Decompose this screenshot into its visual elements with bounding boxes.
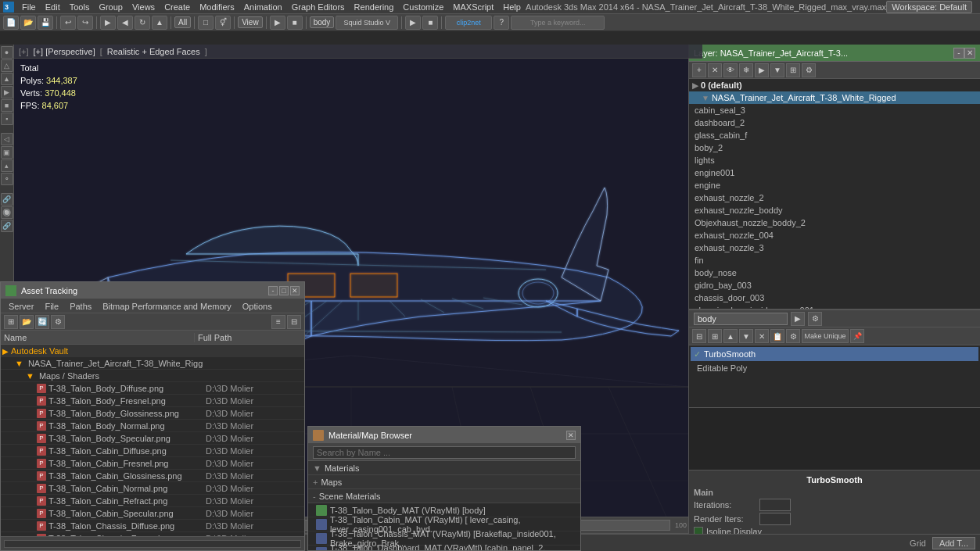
at-col-name-header[interactable]: Name [1,333,195,342]
lt-region[interactable]: ▣ [1,146,13,159]
layer-item[interactable]: chassis_door_003 [689,292,980,304]
modifier-list-area[interactable]: ✓ TurboSmooth Editable Poly [689,345,980,408]
toolbar-open[interactable]: 📂 [20,16,36,30]
layers-new-btn[interactable]: + [692,63,706,77]
layers-hide-btn[interactable]: 👁 [723,63,738,77]
at-file-row[interactable]: P T-38_Talon_Body_Diffuse.png D:\3D Moli… [1,382,304,395]
layer-item[interactable]: gidro_bay_003 [689,279,980,292]
menu-create[interactable]: Create [160,2,195,12]
lt-unlink[interactable]: 🔘 [1,206,13,219]
toolbar-move[interactable]: ◀ [117,16,133,30]
at-maximize-btn[interactable]: □ [279,286,289,295]
mod-icon-6[interactable]: 📋 [770,329,784,343]
viewport-render-mode[interactable]: Realistic + Edged Faces [107,47,200,56]
ts-iterations-input[interactable]: 0 [759,499,791,511]
layer-item[interactable]: Objexhaust_nozzle_boddy_2 [689,216,980,229]
at-view-detail[interactable]: ⊟ [287,315,301,329]
lt-bind[interactable]: 🔗 [1,220,13,232]
mod-icon-1[interactable]: ⊟ [692,329,706,343]
lt-lasso[interactable]: ⚬ [1,173,13,185]
at-file-row[interactable]: P T-38_Talon_Cabin_Normal.png D:\3D Moli… [1,482,304,495]
layers-close-btn[interactable]: ✕ [964,48,975,59]
mb-search-input[interactable] [313,446,576,459]
layers-list[interactable]: ▶ 0 (default)▼ NASA_Trainer_Jet_Aircraft… [689,79,980,309]
lt-fence[interactable]: ▴ [1,159,13,172]
lt-modify[interactable]: △ [1,59,13,72]
menu-file[interactable]: File [17,2,41,12]
at-col-path-header[interactable]: Full Path [195,333,296,342]
toolbar-select[interactable]: ▶ [100,16,116,30]
at-file-row[interactable]: P T-38_Talon_Body_Fresnel.png D:\3D Moli… [1,395,304,407]
mod-settings-btn[interactable]: ⚙ [808,312,822,326]
layer-item[interactable]: exhaust_nozzle_2 [689,191,980,204]
at-view-list[interactable]: ≡ [271,315,285,329]
at-maps-folder[interactable]: ▼ Maps / Shaders [1,370,304,382]
at-btn-3[interactable]: 🔄 [35,315,49,329]
at-menu-server[interactable]: Server [4,302,38,311]
mb-close-btn[interactable]: ✕ [566,431,576,440]
toolbar-snap[interactable]: ⚥ [215,16,231,30]
modifier-editablepoly[interactable]: Editable Poly [691,361,978,375]
object-name-display[interactable]: body [694,313,788,325]
at-btn-1[interactable]: ⊞ [4,315,18,329]
layer-item[interactable]: boby_2 [689,141,980,154]
layers-minus-btn[interactable]: - [953,48,964,59]
layer-item[interactable]: body_nose [689,267,980,279]
mod-header-btn[interactable]: ▶ [791,312,805,326]
menu-group[interactable]: Group [94,2,127,12]
menu-graph-editors[interactable]: Graph Editors [287,2,350,12]
lt-link[interactable]: 🔗 [1,193,13,206]
toolbar-search[interactable]: Type a keyword... [511,16,605,30]
layers-delete-btn[interactable]: ✕ [708,63,722,77]
toolbar-squid[interactable]: Squid Studio V [336,16,398,30]
mb-scene-mat-header[interactable]: - Scene Materials [308,489,580,503]
modifier-turbosmooth[interactable]: ✓ TurboSmooth [691,347,978,361]
mb-scene-materials-section[interactable]: - Scene Materials T-38_Talon_Body_MAT (V… [308,489,580,550]
at-btn-2[interactable]: 📂 [20,315,34,329]
menu-modifiers[interactable]: Modifiers [195,2,239,12]
toolbar-body-dropdown[interactable]: body [310,16,335,28]
at-scene-file[interactable]: ▼ NASA_Trainer_Jet_Aircraft_T-38_White_R… [1,357,304,370]
mod-icon-3[interactable]: ▲ [723,329,738,343]
at-menu-file[interactable]: File [40,302,63,311]
at-horizontal-scrollbar[interactable] [4,540,301,548]
at-file-row[interactable]: P T-38_Talon_Chassis_Diffuse.png D:\3D M… [1,520,304,532]
workspace-selector[interactable]: Workspace: Default [886,1,972,13]
lt-select-obj[interactable]: ◁ [1,133,13,145]
mb-materials-section[interactable]: ▼ Materials [308,461,580,475]
toolbar-play[interactable]: ▶ [405,16,421,30]
at-minimize-btn[interactable]: - [268,286,278,295]
ts-render-iters-input[interactable]: 2 [759,513,791,525]
toolbar-help[interactable]: ? [494,16,509,30]
mb-materials-header[interactable]: ▼ Materials [308,461,580,475]
lt-hierarchy[interactable]: ▲ [1,73,13,85]
toolbar-undo[interactable]: ↩ [60,16,76,30]
menu-edit[interactable]: Edit [41,2,65,12]
layers-freeze-btn[interactable]: ❄ [739,63,753,77]
mb-maps-section[interactable]: + Maps [308,475,580,489]
layer-item[interactable]: cabin_seal_3 [689,104,980,116]
layer-item[interactable]: chassis_door_inside_screw001 [689,304,980,309]
toolbar-render[interactable]: ▶ [270,16,285,30]
toolbar-stop[interactable]: ■ [422,16,438,30]
mb-content[interactable]: ▼ Materials + Maps - Scene Materials T-3… [308,461,580,550]
toolbar-ref[interactable]: □ [198,16,214,30]
at-file-row[interactable]: P T-38_Talon_Body_Normal.png D:\3D Molie… [1,420,304,432]
menu-animation[interactable]: Animation [239,2,287,12]
layer-item[interactable]: dashboard_2 [689,116,980,129]
at-close-btn[interactable]: ✕ [290,286,300,295]
at-file-row[interactable]: P T-38_Talon_Cabin_Specular.png D:\3D Mo… [1,507,304,520]
toolbar-render-frame[interactable]: ■ [287,16,303,30]
layer-item[interactable]: lights [689,154,980,166]
layer-item[interactable]: exhaust_nozzle_004 [689,229,980,242]
lt-utilities[interactable]: ▪ [1,113,13,125]
layers-expand-btn[interactable]: ▶ [755,63,769,77]
layers-select-btn[interactable]: ⊞ [786,63,800,77]
mb-mat-row[interactable]: T-38_Talon_Dashboard_MAT (VRayMtl) [cabi… [308,546,580,550]
menu-rendering[interactable]: Rendering [350,2,399,12]
viewport-perspective[interactable]: [+] [Perspective] [34,47,95,56]
layer-item[interactable]: fin [689,254,980,267]
at-titlebar[interactable]: Asset Tracking - □ ✕ [1,282,304,299]
at-file-row[interactable]: P T-38_Talon_Cabin_Refract.png D:\3D Mol… [1,495,304,507]
layer-item[interactable]: exhaust_nozzle_boddy [689,204,980,216]
